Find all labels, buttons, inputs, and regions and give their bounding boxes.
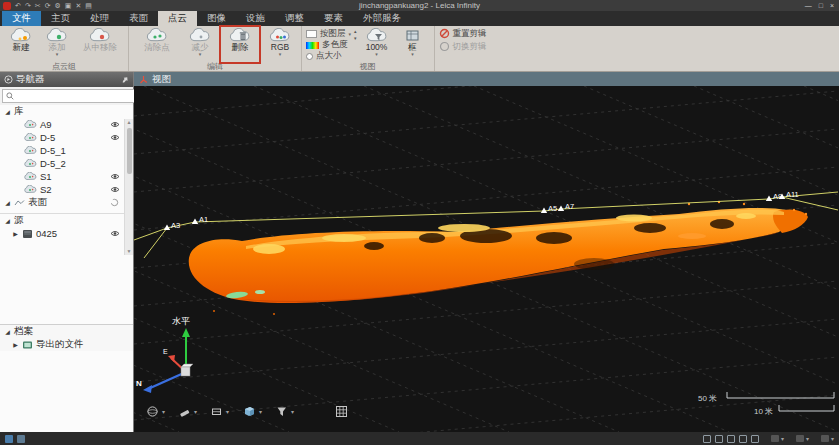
chevron-down-icon[interactable]: ▾ bbox=[162, 408, 165, 415]
eye-icon[interactable] bbox=[110, 134, 120, 141]
point-marker-A7[interactable]: A7 bbox=[558, 202, 574, 211]
grid-toggle[interactable] bbox=[335, 405, 348, 418]
scrollbar-thumb[interactable] bbox=[127, 128, 132, 174]
reduce-points-button[interactable]: 减少 ▾ bbox=[183, 27, 217, 56]
point-marker-A1[interactable]: A1 bbox=[192, 215, 208, 224]
tree-section-archive[interactable]: ◢ 档案 bbox=[0, 325, 133, 338]
minimize-button[interactable]: — bbox=[805, 1, 812, 10]
multi-color-option[interactable]: 多色度 bbox=[306, 40, 351, 50]
point-density-button[interactable]: 100% ▾ bbox=[360, 27, 394, 56]
tree-scrollbar[interactable]: ▲ ▼ bbox=[124, 119, 133, 255]
new-pointcloud-group-button[interactable]: 新建 bbox=[4, 27, 38, 52]
slice-tool[interactable]: ▾ bbox=[210, 405, 229, 418]
style-settings[interactable]: ▾ bbox=[821, 435, 834, 442]
pane-icon-2[interactable] bbox=[715, 435, 723, 443]
redo-icon[interactable]: ↷ bbox=[25, 1, 31, 10]
point-marker-A9[interactable]: A9 bbox=[766, 192, 782, 201]
orbit-tool[interactable]: ▾ bbox=[146, 405, 165, 418]
settings-icon[interactable]: ⚙ bbox=[55, 1, 61, 10]
tree-section-surfaces[interactable]: ◢ 表面 bbox=[0, 196, 133, 209]
tree-section-source[interactable]: ◢ 源 bbox=[0, 214, 133, 227]
rgb-colorize-button[interactable]: RGB ▾ bbox=[263, 27, 297, 56]
tree-item-D-5_2[interactable]: D-5_2 bbox=[0, 157, 133, 170]
tab-features[interactable]: 要素 bbox=[314, 11, 353, 26]
window-icon[interactable]: ▣ bbox=[65, 1, 72, 10]
color-by-layer-option[interactable]: 按图层 ▾ bbox=[306, 29, 351, 39]
tree-item-D-5_1[interactable]: D-5_1 bbox=[0, 144, 133, 157]
frame-view-button[interactable]: 框 ▾ bbox=[396, 27, 430, 56]
tab-process[interactable]: 处理 bbox=[80, 11, 119, 26]
delete-points-button[interactable]: 删除 bbox=[223, 27, 257, 52]
point-size-radio[interactable] bbox=[306, 53, 313, 60]
pin-icon[interactable] bbox=[121, 76, 129, 84]
expander-icon[interactable]: ◢ bbox=[4, 199, 11, 206]
tree-item-A9[interactable]: A9 bbox=[0, 118, 133, 131]
chevron-down-icon[interactable]: ▾ bbox=[194, 408, 197, 415]
tab-imaging[interactable]: 图像 bbox=[197, 11, 236, 26]
undo-icon[interactable]: ↶ bbox=[15, 1, 21, 10]
pane-icon-4[interactable] bbox=[739, 435, 747, 443]
viewport-canvas[interactable]: A3A1A5A7A9A11 水平 E N 50 米 10 米 bbox=[134, 86, 838, 432]
list-icon[interactable]: ▤ bbox=[85, 1, 92, 10]
tree-item-exported-files[interactable]: ▶ 导出的文件 bbox=[0, 338, 133, 351]
expander-icon[interactable]: ◢ bbox=[4, 217, 11, 224]
tab-point-clouds[interactable]: 点云 bbox=[158, 11, 197, 26]
eye-icon[interactable] bbox=[110, 230, 120, 237]
pane-icon-3[interactable] bbox=[727, 435, 735, 443]
tab-services[interactable]: 外部服务 bbox=[353, 11, 411, 26]
expander-icon[interactable]: ◢ bbox=[4, 328, 11, 335]
scroll-down-icon[interactable]: ▼ bbox=[127, 248, 132, 255]
remove-from-group-button[interactable]: 从中移除 bbox=[76, 27, 124, 52]
project-icon[interactable] bbox=[5, 435, 13, 443]
reset-clip-button[interactable]: 重置剪辑 bbox=[439, 27, 487, 40]
toggle-clip-button[interactable]: 切换剪辑 bbox=[439, 40, 487, 53]
maximize-button[interactable]: □ bbox=[819, 1, 823, 10]
close-button[interactable]: × bbox=[830, 1, 834, 10]
collapsed-arrow-icon[interactable]: ▶ bbox=[12, 230, 19, 237]
expander-icon[interactable]: ◢ bbox=[4, 108, 11, 115]
tree-item-S1[interactable]: S1 bbox=[0, 170, 133, 183]
tab-file[interactable]: 文件 bbox=[2, 11, 41, 26]
tree-item-0425[interactable]: ▶ 0425 bbox=[0, 227, 133, 240]
cut-icon[interactable]: ✂ bbox=[35, 1, 41, 10]
chevron-down-icon[interactable]: ▾ bbox=[291, 408, 294, 415]
chevron-down-icon[interactable]: ▾ bbox=[259, 408, 262, 415]
add-to-group-button[interactable]: 添加 ▾ bbox=[40, 27, 74, 56]
scroll-up-icon[interactable]: ▲ bbox=[127, 119, 132, 126]
chevron-down-icon: ▾ bbox=[349, 31, 352, 37]
tab-surfaces[interactable]: 表面 bbox=[119, 11, 158, 26]
tree-item-D-5[interactable]: D-5 bbox=[0, 131, 133, 144]
pane-icon-5[interactable] bbox=[751, 435, 759, 443]
viewport[interactable]: 视图 bbox=[134, 72, 839, 432]
point-marker-A3[interactable]: A3 bbox=[164, 221, 180, 230]
tree-item-S2[interactable]: S2 bbox=[0, 183, 133, 196]
sync-icon[interactable]: ⟳ bbox=[45, 1, 51, 10]
view-icon[interactable] bbox=[17, 435, 25, 443]
point-size-option[interactable]: 点大小 bbox=[306, 51, 351, 61]
eye-icon[interactable] bbox=[110, 121, 120, 128]
chevron-down-icon[interactable]: ▾ bbox=[226, 408, 229, 415]
eye-icon[interactable] bbox=[110, 173, 120, 180]
step-up-icon[interactable]: ▴ bbox=[354, 29, 357, 33]
point-size-stepper[interactable]: ▴ ▾ bbox=[353, 27, 358, 40]
point-marker-A5[interactable]: A5 bbox=[541, 204, 557, 213]
viewcube-tool[interactable]: ▾ bbox=[242, 404, 262, 418]
collapsed-arrow-icon[interactable]: ▶ bbox=[12, 341, 19, 348]
tab-home[interactable]: 主页 bbox=[41, 11, 80, 26]
pane-icon-1[interactable] bbox=[703, 435, 711, 443]
filter-tool[interactable]: ▾ bbox=[275, 405, 294, 418]
unit-settings[interactable]: ▾ bbox=[796, 435, 809, 442]
clear-points-button[interactable]: 清除点 bbox=[133, 27, 181, 52]
snap-settings[interactable]: ▾ bbox=[771, 435, 784, 442]
search-icon bbox=[6, 92, 14, 100]
viewport-title: 视图 bbox=[152, 73, 171, 86]
eye-icon[interactable] bbox=[110, 186, 120, 193]
search-input[interactable] bbox=[17, 91, 134, 101]
step-down-icon[interactable]: ▾ bbox=[354, 36, 357, 40]
tab-adjustments[interactable]: 调整 bbox=[275, 11, 314, 26]
measure-tool[interactable]: ▾ bbox=[178, 405, 197, 418]
tab-infrastructure[interactable]: 设施 bbox=[236, 11, 275, 26]
tree-section-library[interactable]: ◢ 库 bbox=[0, 105, 133, 118]
pencil-icon bbox=[178, 405, 191, 418]
close-doc-icon[interactable]: ✕ bbox=[75, 1, 81, 10]
